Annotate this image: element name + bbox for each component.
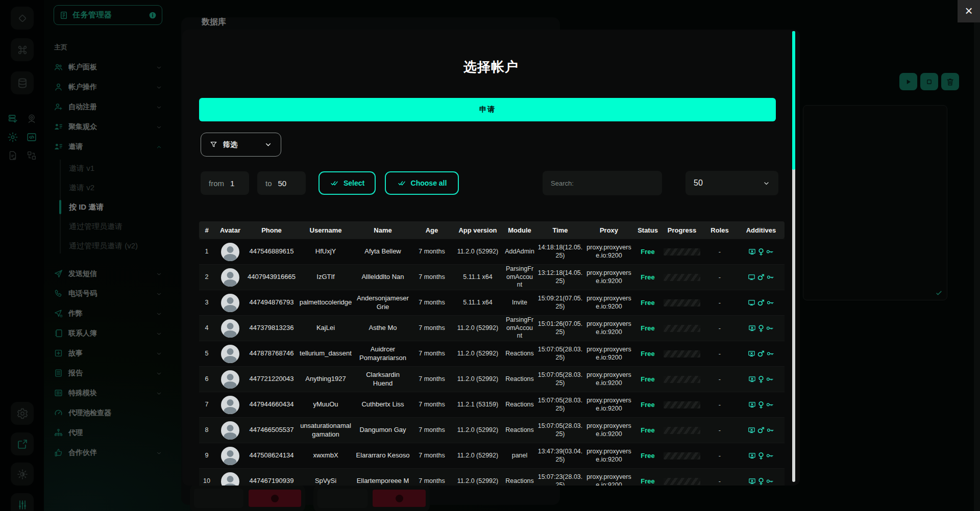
key-icon: [766, 375, 774, 384]
table-row[interactable]: 5447878768746tellurium_dassentAuidrcer P…: [199, 341, 785, 366]
name-cell: Dangumon Gay: [354, 426, 411, 434]
module-cell: ParsingFromAccount: [503, 265, 536, 289]
row-number: 1: [199, 248, 214, 256]
module-cell: Invite: [503, 299, 536, 307]
progress-bar: [662, 478, 702, 485]
table-header: #AvatarPhoneUsernameNameAgeApp versionMo…: [199, 221, 785, 239]
progress-bar: [662, 299, 702, 306]
female-icon: ♀: [758, 401, 764, 409]
progress-bar: [662, 401, 702, 408]
roles-cell: -: [702, 401, 738, 408]
modal-scrollbar-thumb[interactable]: [792, 31, 795, 170]
page-size-value: 50: [694, 178, 763, 188]
column-header: Username: [297, 226, 354, 234]
key-icon: [766, 426, 775, 435]
monitor-x-icon: [747, 349, 756, 358]
table-row[interactable]: 3447494876793palmettocoleridgeAndersonja…: [199, 290, 785, 315]
row-number: 10: [199, 477, 214, 486]
app-version-cell: 5.11.1 x64: [452, 273, 503, 282]
column-header: Module: [503, 226, 536, 234]
progress-bar: [662, 350, 702, 357]
status-badge: Free: [633, 375, 662, 383]
app-version-cell: 5.11.1 x64: [452, 299, 503, 307]
from-label: from: [209, 179, 224, 188]
search-input[interactable]: [543, 171, 662, 195]
username-cell: KajLei: [297, 324, 354, 332]
key-icon: [766, 298, 775, 307]
additives-cell: ♀: [738, 477, 785, 486]
avatar: [221, 294, 239, 312]
roles-cell: -: [702, 477, 738, 485]
app-version-cell: 11.2.0 (52992): [452, 452, 503, 460]
choose-all-button[interactable]: Choose all: [385, 171, 459, 195]
from-input[interactable]: from 1: [201, 171, 249, 195]
column-header: Name: [354, 226, 411, 234]
progress-stripes: [664, 478, 700, 485]
search-box: [543, 171, 662, 195]
table-row[interactable]: 6447721220043Anything1927Clarksardin Hue…: [199, 366, 785, 392]
table-row[interactable]: 7447944660434yMuuOuCuthbertx Liss7 month…: [199, 392, 785, 417]
progress-stripes: [664, 248, 700, 256]
proxy-cell: proxy.proxyverse.io:9200: [584, 244, 633, 260]
filter-dropdown[interactable]: 筛选: [201, 133, 281, 157]
app-version-cell: 11.2.0 (52992): [452, 350, 503, 358]
table-row[interactable]: 4447379813236KajLeiAsthe Mo7 months11.2.…: [199, 315, 785, 341]
page-size-select[interactable]: 50: [685, 171, 778, 195]
age-cell: 7 months: [411, 248, 452, 256]
phone-cell: 447467190939: [246, 477, 297, 485]
name-cell: Asthe Mo: [354, 324, 411, 332]
progress-bar: [662, 274, 702, 281]
module-cell: ParsingFromAccount: [503, 316, 536, 340]
time-cell: 13:47:39(03.04.25): [536, 448, 584, 464]
column-header: Phone: [246, 226, 297, 234]
key-icon: [766, 273, 775, 282]
additives-cell: ♀: [738, 400, 785, 409]
module-cell: Reactions: [503, 350, 536, 358]
select-button[interactable]: Select: [318, 171, 376, 195]
to-input[interactable]: to 50: [257, 171, 306, 195]
time-cell: 15:07:05(28.03.25): [536, 346, 584, 362]
age-cell: 7 months: [411, 477, 452, 486]
progress-stripes: [664, 274, 700, 281]
male-icon: ♂: [757, 273, 765, 282]
status-badge: Free: [633, 273, 662, 281]
avatar: [221, 319, 239, 338]
column-header: Avatar: [214, 226, 246, 234]
status-badge: Free: [633, 248, 662, 256]
age-cell: 7 months: [411, 273, 452, 282]
phone-cell: 447508624134: [246, 451, 297, 459]
app-screen: 任务管理器 主页 帐户面板帐户操作自动注册聚集观众邀请邀请 v1邀请 v2按 I…: [0, 0, 980, 511]
table-row[interactable]: 1447546889615HfUxjYAfyta Bellew7 months1…: [199, 239, 785, 264]
proxy-cell: proxy.proxyverse.io:9200: [584, 320, 633, 336]
column-header: App version: [452, 226, 503, 234]
roles-cell: -: [702, 350, 738, 357]
accounts-table: #AvatarPhoneUsernameNameAgeApp versionMo…: [199, 221, 785, 486]
username-cell: xwxmbX: [297, 451, 354, 459]
age-cell: 7 months: [411, 401, 452, 409]
age-cell: 7 months: [411, 452, 452, 460]
progress-stripes: [664, 350, 700, 357]
additives-cell: ♀: [738, 324, 785, 333]
table-row[interactable]: 10447467190939SpVySiEllartemporeee M7 mo…: [199, 468, 785, 486]
monitor-x-icon: [748, 400, 756, 409]
close-icon[interactable]: ×: [958, 0, 980, 22]
phone-cell: 447721220043: [246, 375, 297, 383]
apply-button[interactable]: 申请: [199, 98, 776, 121]
male-icon: ♂: [757, 426, 765, 435]
monitor-x-icon: [747, 426, 756, 435]
progress-bar: [662, 427, 702, 434]
column-header: Status: [633, 226, 662, 234]
row-number: 5: [199, 350, 214, 358]
table-row[interactable]: 9447508624134xwxmbXElararraro Kesoso7 mo…: [199, 443, 785, 468]
table-row[interactable]: 24407943916665IzGTIfAlllelddlto Nan7 mon…: [199, 264, 785, 290]
avatar: [221, 472, 239, 486]
key-icon: [766, 247, 774, 256]
proxy-cell: proxy.proxyverse.io:9200: [584, 422, 633, 438]
modal-title: 选择帐户: [182, 58, 800, 76]
age-cell: 7 months: [411, 375, 452, 384]
column-header: Roles: [702, 226, 738, 234]
table-row[interactable]: 8447466505537unsaturationamalgamationDan…: [199, 417, 785, 443]
name-cell: Ellartemporeee M: [354, 477, 411, 485]
additives-cell: ♂: [738, 273, 785, 282]
column-header: #: [199, 226, 214, 234]
